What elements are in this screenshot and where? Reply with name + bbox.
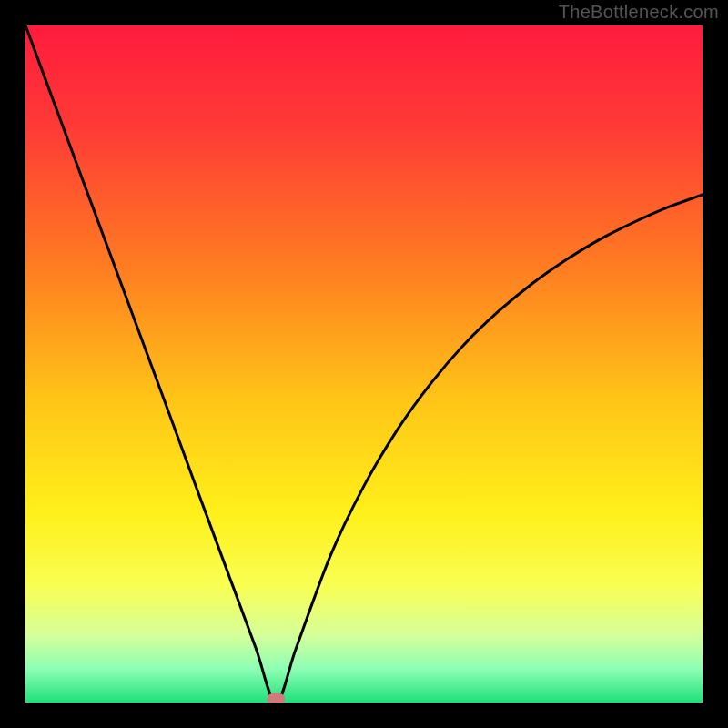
bottleneck-chart [25,25,703,703]
plot-area [25,25,703,703]
chart-frame: TheBottleneck.com [0,0,728,728]
gradient-background [25,25,703,703]
watermark-label: TheBottleneck.com [559,2,719,23]
